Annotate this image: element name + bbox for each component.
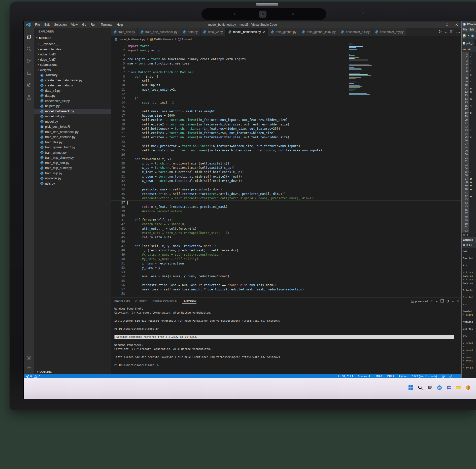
taskbar-chat[interactable] — [446, 384, 452, 391]
status-spaces[interactable]: Spaces: 4 — [358, 375, 370, 378]
rstudio-console-tab[interactable]: R R 4.1 — [462, 243, 476, 248]
panel-tab-problems[interactable]: PROBLEMS — [114, 300, 130, 303]
breadcrumb-item[interactable]: DAEbottleneck — [150, 38, 173, 41]
section-models[interactable]: MODELS — [34, 35, 111, 41]
run-button[interactable] — [438, 30, 442, 34]
close-tab-icon[interactable] — [263, 30, 265, 34]
file-item-weights[interactable]: weights — [34, 68, 111, 73]
rstudio-editor[interactable]: 1l2l3l4l5l6l7s89r1011b12m1314m1516t1718▾… — [462, 52, 476, 232]
activity-extensions[interactable] — [24, 80, 34, 91]
rstudio-menu-edit[interactable]: Edit — [469, 28, 474, 31]
tab-data.py[interactable]: data.py — [180, 28, 200, 36]
code-editor[interactable]: 1import torch2import numpy as np34bce_lo… — [111, 43, 461, 297]
close-button[interactable] — [452, 21, 461, 28]
tab-train_dae_bottleneck.py[interactable]: train_dae_bottleneck.py — [138, 28, 180, 36]
activity-beaker[interactable] — [24, 92, 34, 103]
chevron-down-button[interactable] — [436, 299, 438, 303]
tab-ensembler_full.py[interactable]: ensembler_full.py — [338, 28, 372, 36]
file-item-model.py[interactable]: model.py — [34, 119, 111, 124]
tab-model_bottleneck.py[interactable]: model_bottleneck.py — [226, 28, 268, 36]
file-item-model_mlp.py[interactable]: model_mlp.py — [34, 114, 111, 119]
file-item-create_dae_data_faster.py[interactable]: create_dae_data_faster.py — [34, 78, 111, 83]
file-item-ridge_fold7[interactable]: ridge_fold7 — [34, 57, 111, 62]
menu-selection[interactable]: Selection — [52, 21, 69, 28]
minimap[interactable] — [349, 44, 373, 107]
file-item-model_bottleneck.py[interactable]: model_bottleneck.py — [34, 109, 111, 114]
tab-ensembler_my.py[interactable]: ensembler_my.py — [372, 28, 406, 36]
tab-train_glmnet_fold7.py[interactable]: train_glmnet_fold7.py — [299, 28, 338, 36]
rstudio-menu-file[interactable]: File — [463, 28, 467, 31]
status-python[interactable]: Python — [399, 375, 407, 378]
chevron-up-button[interactable] — [452, 299, 454, 303]
new-file-icon[interactable] — [463, 34, 466, 38]
file-item-__pycache__[interactable]: __pycache__ — [34, 42, 111, 47]
breadcrumb-item[interactable]: forward — [178, 38, 192, 41]
activity-run-debug[interactable] — [24, 68, 34, 79]
menu-edit[interactable]: Edit — [42, 21, 52, 28]
status-utf8[interactable]: UTF-8 — [375, 375, 382, 378]
close-button[interactable] — [456, 299, 459, 303]
status-crlf[interactable]: CRLF — [387, 375, 394, 378]
status-397[interactable]: 3.9.7 ('torch': conda) — [412, 375, 437, 378]
shell-selector[interactable]: powershell — [411, 300, 428, 303]
file-item-train_dae.py[interactable]: train_dae.py — [34, 140, 111, 145]
breadcrumb-item[interactable]: model_bottleneck.py — [114, 38, 145, 41]
plus-button[interactable] — [430, 299, 433, 303]
menu-go[interactable]: Go — [80, 21, 88, 28]
file-item-utils.py[interactable]: utils.py — [34, 181, 111, 186]
menu-file[interactable]: File — [33, 21, 42, 28]
rstudio-console[interactable]: betDas foltra> libraLade nö> libraLade n… — [462, 248, 476, 378]
menu-view[interactable]: View — [69, 21, 80, 28]
menu-help[interactable]: Help — [115, 21, 125, 28]
file-item-ensembler_full.py[interactable]: ensembler_full.py — [34, 98, 111, 104]
minimize-button[interactable] — [433, 21, 442, 28]
file-item-train_glmnet.py[interactable]: train_glmnet.py — [34, 150, 111, 155]
file-item-train_mlp_chunky.py[interactable]: train_mlp_chunky.py — [34, 155, 111, 160]
rstudio-window[interactable]: R RStudio FileEdit R — [461, 21, 476, 378]
activity-gear[interactable] — [24, 362, 34, 373]
file-item-train_glmnet_fold7.py[interactable]: train_glmnet_fold7.py — [34, 145, 111, 150]
fold-marker-icon[interactable]: ▾ — [468, 135, 470, 139]
taskbar-task-view[interactable] — [427, 384, 433, 391]
activity-files[interactable] — [24, 31, 34, 43]
maximize-button[interactable] — [442, 21, 452, 28]
chevron-down-button[interactable] — [445, 30, 447, 34]
file-item-train_mlp_huber.py[interactable]: train_mlp_huber.py — [34, 165, 111, 171]
open-recent-icon[interactable] — [471, 34, 474, 38]
menu-terminal[interactable]: Terminal — [98, 21, 114, 28]
bell-button[interactable] — [449, 375, 452, 378]
activity-source-control[interactable] — [24, 56, 34, 67]
taskbar-file-explorer[interactable] — [455, 384, 462, 391]
taskbar-search[interactable] — [417, 384, 424, 391]
rstudio-console-header[interactable]: Console — [462, 237, 476, 243]
file-item-train_dae_finetune.py[interactable]: train_dae_finetune.py — [34, 135, 111, 140]
panel-tab-debug-console[interactable]: DEBUG CONSOLE — [152, 300, 177, 303]
fold-marker-icon[interactable]: ▴ — [468, 170, 470, 174]
more-actions-icon[interactable]: ··· — [104, 30, 108, 34]
file-item-train_mlp_corr.py[interactable]: train_mlp_corr.py — [34, 160, 111, 166]
taskbar-windows-start[interactable] — [407, 384, 414, 391]
back-arrow-icon[interactable] — [463, 48, 466, 50]
file-item-data_v2.py[interactable]: data_v2.py — [34, 88, 111, 93]
outline-section[interactable]: OUTLINE — [34, 369, 111, 374]
fold-marker-icon[interactable]: ▾ — [468, 111, 470, 115]
panel-tab-terminal[interactable]: TERMINAL — [182, 299, 196, 304]
file-item-pick_best_folds.R[interactable]: Rpick_best_folds.R — [34, 124, 111, 129]
file-item-train_dae_bottleneck.py[interactable]: train_dae_bottleneck.py — [34, 129, 111, 135]
trash-button[interactable] — [446, 299, 449, 303]
file-item-create_dae_data.py[interactable]: create_dae_data.py — [34, 83, 111, 88]
file-item-ridge_fold3[interactable]: ridge_fold3 — [34, 52, 111, 57]
toolbar-caret-icon[interactable] — [468, 35, 469, 37]
split-editor-button[interactable] — [450, 30, 453, 34]
rstudio-file-tab[interactable]: R pick_b — [462, 40, 474, 46]
ellipsis-button[interactable] — [456, 30, 460, 34]
panel-tab-output[interactable]: OUTPUT — [135, 300, 147, 303]
menu-run[interactable]: Run — [88, 21, 98, 28]
fold-marker-icon[interactable]: ▴ — [468, 128, 470, 132]
status-ln[interactable]: Ln 37, Col 1 — [338, 375, 353, 378]
feedback-button[interactable] — [441, 375, 445, 378]
file-item-uploader.py[interactable]: uploader.py — [34, 176, 111, 181]
tab-data_v2.py[interactable]: data_v2.py — [200, 28, 226, 36]
file-item-.Rhistory[interactable]: R.Rhistory — [34, 73, 111, 78]
file-item-helpers.py[interactable]: helpers.py — [34, 104, 111, 109]
